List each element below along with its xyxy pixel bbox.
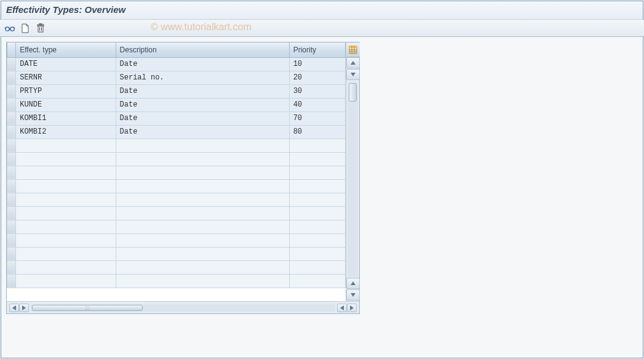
cell-effect-type[interactable] — [16, 179, 116, 193]
row-selector[interactable] — [7, 247, 16, 260]
row-selector[interactable] — [7, 179, 16, 193]
scroll-left-inner-button[interactable] — [337, 304, 347, 312]
cell-description[interactable]: Date — [116, 111, 289, 125]
cell-priority[interactable] — [289, 179, 345, 193]
cell-effect-type[interactable] — [16, 274, 116, 288]
col-header-description[interactable]: Description — [116, 42, 289, 57]
table-row[interactable] — [7, 139, 346, 152]
cell-priority[interactable] — [289, 193, 345, 206]
cell-description[interactable]: Date — [116, 98, 289, 111]
cell-priority[interactable]: 10 — [289, 57, 345, 71]
cell-priority[interactable]: 40 — [289, 98, 345, 111]
table-row[interactable] — [7, 220, 346, 233]
table-row[interactable] — [7, 247, 346, 260]
vertical-scrollbar-track[interactable] — [348, 82, 358, 276]
cell-effect-type[interactable] — [16, 166, 116, 179]
create-button[interactable] — [18, 22, 32, 35]
table-row[interactable] — [7, 233, 346, 247]
delete-button[interactable] — [34, 22, 47, 35]
row-selector[interactable] — [7, 206, 16, 220]
cell-description[interactable] — [116, 260, 289, 274]
cell-effect-type[interactable]: PRTYP — [16, 84, 116, 98]
row-selector[interactable] — [7, 166, 16, 179]
table-row[interactable] — [7, 193, 346, 206]
cell-effect-type[interactable] — [16, 220, 116, 233]
row-selector[interactable] — [7, 57, 16, 71]
row-selector[interactable] — [7, 84, 16, 98]
row-selector[interactable] — [7, 125, 16, 139]
row-selector[interactable] — [7, 152, 16, 166]
table-row[interactable]: PRTYPDate30 — [7, 84, 346, 98]
cell-description[interactable]: Date — [116, 84, 289, 98]
table-row[interactable]: DATEDate10 — [7, 57, 346, 71]
cell-effect-type[interactable] — [16, 260, 116, 274]
scroll-page-down-button[interactable] — [346, 289, 360, 301]
cell-description[interactable] — [116, 139, 289, 152]
row-selector[interactable] — [7, 193, 16, 206]
table-row[interactable] — [7, 166, 346, 179]
cell-priority[interactable] — [289, 247, 345, 260]
cell-effect-type[interactable]: KUNDE — [16, 98, 116, 111]
cell-effect-type[interactable] — [16, 193, 116, 206]
cell-description[interactable] — [116, 152, 289, 166]
horizontal-scrollbar-track[interactable]: ::: — [31, 304, 335, 312]
row-selector[interactable] — [7, 139, 16, 152]
row-selector[interactable] — [7, 220, 16, 233]
cell-priority[interactable]: 80 — [289, 125, 345, 139]
cell-priority[interactable] — [289, 220, 345, 233]
scroll-line-up-button[interactable] — [346, 69, 360, 80]
scroll-left-button[interactable] — [9, 304, 19, 312]
cell-description[interactable] — [116, 233, 289, 247]
cell-effect-type[interactable] — [16, 233, 116, 247]
scroll-line-down-button[interactable] — [346, 278, 360, 289]
table-row[interactable] — [7, 274, 346, 288]
cell-description[interactable] — [116, 206, 289, 220]
row-selector[interactable] — [7, 111, 16, 125]
cell-description[interactable]: Serial no. — [116, 71, 289, 84]
cell-priority[interactable] — [289, 260, 345, 274]
table-row[interactable]: SERNRSerial no.20 — [7, 71, 346, 84]
select-all-header[interactable] — [7, 42, 16, 57]
cell-effect-type[interactable] — [16, 206, 116, 220]
cell-priority[interactable]: 30 — [289, 84, 345, 98]
row-selector[interactable] — [7, 98, 16, 111]
cell-description[interactable] — [116, 220, 289, 233]
cell-description[interactable] — [116, 166, 289, 179]
cell-priority[interactable] — [289, 274, 345, 288]
cell-priority[interactable]: 70 — [289, 111, 345, 125]
cell-priority[interactable] — [289, 206, 345, 220]
cell-description[interactable]: Date — [116, 125, 289, 139]
cell-description[interactable]: Date — [116, 57, 289, 71]
table-row[interactable]: KOMBI2Date80 — [7, 125, 346, 139]
table-row[interactable] — [7, 152, 346, 166]
cell-priority[interactable] — [289, 166, 345, 179]
details-button[interactable] — [3, 22, 17, 35]
row-selector[interactable] — [7, 260, 16, 274]
cell-priority[interactable] — [289, 152, 345, 166]
cell-description[interactable] — [116, 274, 289, 288]
table-row[interactable]: KUNDEDate40 — [7, 98, 346, 111]
table-settings-button[interactable] — [346, 42, 360, 57]
col-header-priority[interactable]: Priority — [289, 42, 345, 57]
table-row[interactable] — [7, 206, 346, 220]
cell-effect-type[interactable]: DATE — [16, 57, 116, 71]
cell-priority[interactable]: 20 — [289, 71, 345, 84]
cell-description[interactable] — [116, 179, 289, 193]
row-selector[interactable] — [7, 233, 16, 247]
cell-effect-type[interactable] — [16, 247, 116, 260]
cell-effect-type[interactable] — [16, 139, 116, 152]
cell-effect-type[interactable]: SERNR — [16, 71, 116, 84]
cell-effect-type[interactable]: KOMBI2 — [16, 125, 116, 139]
scroll-page-up-button[interactable] — [346, 57, 360, 68]
col-header-effect-type[interactable]: Effect. type — [16, 42, 116, 57]
scroll-right-inner-button[interactable] — [19, 304, 29, 312]
row-selector[interactable] — [7, 71, 16, 84]
cell-description[interactable] — [116, 193, 289, 206]
cell-effect-type[interactable]: KOMBI1 — [16, 111, 116, 125]
vertical-scrollbar-thumb[interactable] — [349, 83, 357, 102]
row-selector[interactable] — [7, 274, 16, 288]
scroll-right-button[interactable] — [347, 304, 357, 312]
cell-description[interactable] — [116, 247, 289, 260]
cell-priority[interactable] — [289, 233, 345, 247]
table-row[interactable] — [7, 260, 346, 274]
